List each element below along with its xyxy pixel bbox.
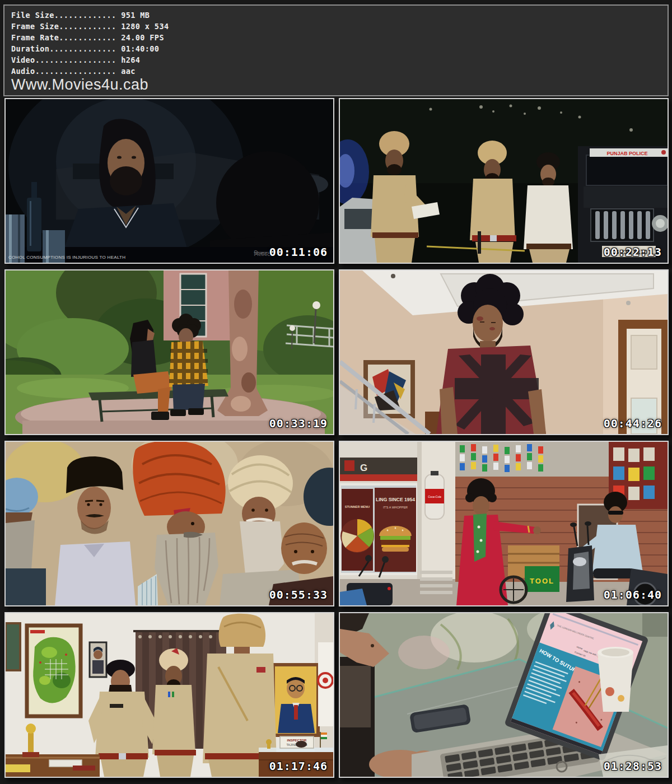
timestamp-badge: 01:06:40 — [604, 588, 662, 601]
coca-cola-logo: Coca-Cola — [428, 495, 441, 498]
whopper-text: IT'S A WHOPPER — [383, 506, 408, 509]
site-watermark: Www.Movies4u.cab — [11, 77, 662, 93]
punjab-police-sign: PUNJAB POLICE — [606, 151, 647, 156]
stunner-menu-text: STUNNER MENU — [345, 505, 370, 508]
info-label: Audio — [11, 67, 35, 76]
info-row-video: Video................. h264 — [11, 54, 662, 66]
street-market-scene-art: G STUNNER MENU LING SINCE 1954 IT'S A WH… — [340, 442, 668, 605]
health-warning-caption: COHOL CONSUMPTIONS IS INJURIOUS TO HEALT… — [8, 255, 125, 260]
since-1954-text: LING SINCE 1954 — [376, 497, 415, 502]
timestamp-badge: 01:17:46 — [269, 759, 328, 773]
info-value: aac — [121, 67, 136, 76]
info-value: 1280 x 534 — [121, 22, 169, 31]
police-office-scene-art: INSPECTOR TAJINDER SIN — [6, 613, 333, 777]
info-row-audio: Audio................. aac — [11, 66, 662, 77]
info-dots: ............. — [54, 11, 116, 20]
small-portrait-frame — [90, 642, 106, 677]
park-bench-scene-art — [6, 270, 333, 434]
small-frame-left — [6, 623, 20, 670]
screenshot-thumb-5[interactable]: 00:55:33 — [4, 441, 334, 606]
green-dupatta — [473, 514, 487, 562]
map-frame — [27, 626, 81, 716]
info-label: File Size — [11, 11, 54, 20]
info-dots: ................. — [35, 67, 116, 76]
staircase-scene-art — [340, 270, 668, 434]
info-row-duration: Duration.............. 01:40:00 — [11, 43, 662, 54]
info-value: 951 MB — [121, 11, 150, 20]
screenshot-thumb-3[interactable]: 00:33:19 — [4, 269, 334, 435]
sunglasses — [608, 511, 623, 515]
laptop-scene-art: THE LONDON WELLNESS CENTRE Home Help me … — [340, 613, 668, 777]
info-dots: .............. — [49, 44, 116, 53]
info-value: h264 — [121, 55, 140, 64]
ambedkar-portrait — [273, 665, 318, 735]
police-night-scene-art: PUNJAB POLICE PB 23D 9170 — [340, 99, 668, 263]
ticker-watermark: मिलावट — [254, 250, 270, 258]
media-info-panel: File Size............. 951 MB Frame Size… — [3, 4, 669, 96]
info-dots: ............ — [59, 22, 116, 31]
timestamp-badge: 00:22:13 — [604, 245, 662, 259]
timestamp-badge: 00:55:33 — [269, 588, 328, 601]
info-value: 01:40:00 — [121, 44, 159, 53]
police-logo-poster — [318, 642, 333, 726]
info-label: Video — [11, 55, 35, 64]
info-dots: ............ — [59, 33, 116, 42]
sign-letter-g: G — [360, 463, 367, 473]
timestamp-badge: 00:11:06 — [269, 245, 328, 259]
screenshot-thumb-6[interactable]: G STUNNER MENU LING SINCE 1954 IT'S A WH… — [339, 441, 669, 606]
info-row-file-size: File Size............. 951 MB — [11, 10, 662, 21]
brass-trophy — [28, 733, 34, 753]
info-row-frame-rate: Frame Rate............ 24.00 FPS — [11, 32, 662, 43]
timestamp-badge: 00:33:19 — [269, 417, 328, 430]
queue-pole — [478, 231, 481, 254]
screenshot-thumb-2[interactable]: PUNJAB POLICE PB 23D 9170 — [339, 98, 669, 264]
bar-night-scene-art — [6, 99, 333, 263]
crowd-scene-art — [6, 442, 333, 605]
movie-screenshots-page: File Size............. 951 MB Frame Size… — [0, 0, 672, 784]
info-label: Frame Rate — [11, 33, 59, 42]
info-row-frame-size: Frame Size............ 1280 x 534 — [11, 21, 662, 32]
timestamp-badge: 01:28:53 — [604, 759, 662, 773]
info-dots: ................. — [35, 55, 116, 64]
burger-storefront: G STUNNER MENU LING SINCE 1954 IT'S A WH… — [340, 442, 418, 579]
info-value: 24.00 FPS — [121, 33, 164, 42]
timestamp-badge: 00:44:26 — [604, 417, 662, 430]
coca-cola-standee: Coca-Cola — [425, 471, 444, 519]
screenshot-thumb-8[interactable]: THE LONDON WELLNESS CENTRE Home Help me … — [339, 612, 669, 778]
info-label: Frame Size — [11, 22, 59, 31]
screenshot-thumb-1[interactable]: COHOL CONSUMPTIONS IS INJURIOUS TO HEALT… — [4, 98, 334, 264]
screenshot-thumb-7[interactable]: INSPECTOR TAJINDER SIN 01:17:46 — [4, 612, 334, 778]
gold-bangles — [528, 526, 529, 533]
white-cup — [598, 647, 633, 712]
tool-sign: TOOL — [530, 577, 554, 585]
info-label: Duration — [11, 44, 49, 53]
screenshot-thumb-4[interactable]: 00:44:26 — [339, 269, 669, 435]
